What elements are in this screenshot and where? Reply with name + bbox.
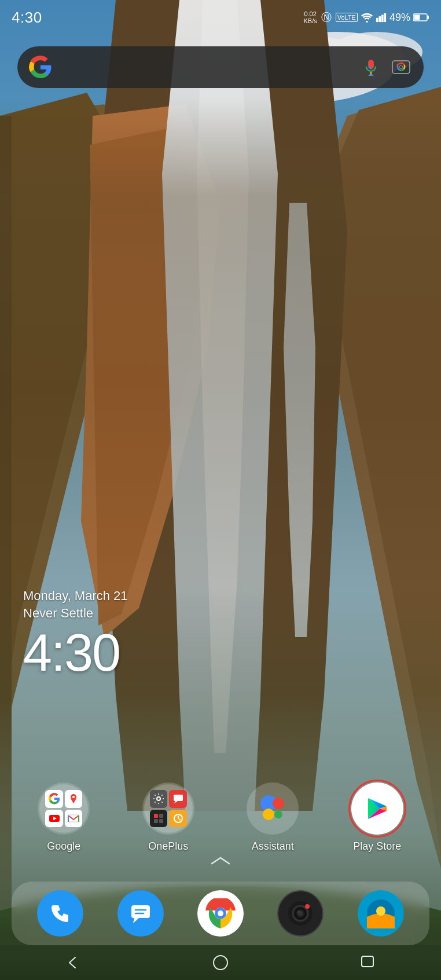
search-action-icons — [360, 56, 412, 78]
battery-percent: 49% — [389, 12, 410, 24]
svg-marker-40 — [174, 801, 178, 803]
maps-mini-icon — [65, 790, 83, 808]
status-icons: 0.02KB/s Ⓝ VoLTE 49% — [304, 10, 429, 24]
svg-point-72 — [376, 906, 385, 916]
volte-icon: VoLTE — [336, 13, 358, 22]
google-folder-icon — [38, 782, 90, 835]
data-speed-icon: 0.02KB/s — [304, 10, 317, 24]
wifi-icon — [361, 12, 373, 23]
svg-marker-57 — [133, 918, 139, 923]
playstore-label: Play Store — [353, 840, 401, 853]
home-button[interactable] — [206, 951, 235, 974]
svg-rect-44 — [159, 819, 163, 823]
svg-point-73 — [214, 956, 227, 970]
svg-point-32 — [72, 796, 75, 798]
svg-point-20 — [366, 21, 368, 23]
playstore-icon — [351, 782, 403, 835]
playstore-icon-wrapper — [351, 782, 403, 835]
oneplus-folder-icon — [142, 782, 194, 835]
daylight-dock-icon[interactable] — [358, 890, 404, 937]
google-mini-icon — [45, 790, 63, 808]
svg-rect-27 — [414, 15, 420, 20]
svg-marker-15 — [284, 203, 315, 637]
battery-icon — [413, 13, 429, 22]
svg-marker-12 — [90, 127, 203, 626]
svg-point-68 — [297, 910, 300, 913]
camera-dock-icon[interactable] — [277, 890, 324, 937]
svg-rect-22 — [378, 16, 381, 22]
svg-rect-21 — [376, 18, 378, 22]
google-logo — [29, 56, 52, 79]
oneplus-app3-mini-icon — [150, 810, 168, 828]
svg-rect-39 — [174, 795, 183, 801]
svg-point-38 — [157, 797, 160, 800]
oneplus-app4-mini-icon — [169, 810, 187, 828]
tagline-display: Never Settle — [23, 606, 128, 621]
messages-dock-icon[interactable] — [117, 890, 164, 937]
gmail-mini-icon — [65, 810, 83, 828]
svg-line-47 — [178, 818, 181, 820]
google-app[interactable]: Google — [26, 782, 101, 853]
recents-button[interactable] — [353, 951, 382, 974]
assistant-icon — [247, 782, 299, 835]
svg-rect-35 — [68, 815, 79, 822]
clock-display: 4:30 — [23, 627, 128, 679]
status-time: 4:30 — [12, 9, 42, 27]
oneplus-app[interactable]: OnePlus — [131, 782, 206, 853]
svg-rect-23 — [381, 15, 384, 23]
swipe-up-indicator — [209, 854, 232, 870]
svg-point-31 — [399, 65, 403, 69]
svg-rect-24 — [384, 13, 386, 22]
voice-search-button[interactable] — [360, 56, 382, 78]
settings-mini-icon — [150, 790, 168, 808]
chrome-dock-icon[interactable] — [197, 890, 244, 937]
oneplus-messages-mini-icon — [169, 790, 187, 808]
nav-bar — [0, 945, 441, 980]
phone-dock-icon[interactable] — [37, 890, 83, 937]
oneplus-label: OnePlus — [148, 840, 188, 853]
svg-rect-43 — [154, 819, 158, 823]
svg-rect-42 — [159, 814, 163, 818]
assistant-app[interactable]: Assistant — [235, 782, 310, 853]
svg-rect-41 — [154, 814, 158, 818]
dock — [12, 882, 429, 945]
nfc-icon: Ⓝ — [321, 10, 332, 24]
playstore-app[interactable]: Play Store — [340, 782, 415, 853]
svg-rect-56 — [131, 905, 150, 918]
svg-marker-13 — [162, 0, 278, 811]
svg-point-49 — [273, 798, 284, 809]
svg-point-69 — [305, 904, 310, 909]
app-grid: Google — [0, 782, 441, 853]
status-bar: 4:30 0.02KB/s Ⓝ VoLTE 49% — [0, 0, 441, 35]
svg-marker-10 — [93, 0, 347, 811]
assistant-label: Assistant — [252, 840, 294, 853]
google-label: Google — [47, 840, 80, 853]
svg-point-51 — [274, 810, 282, 818]
youtube-mini-icon — [45, 810, 63, 828]
svg-point-50 — [263, 809, 274, 820]
back-button[interactable] — [59, 951, 88, 974]
lens-search-button[interactable] — [390, 56, 412, 78]
svg-rect-26 — [427, 16, 429, 19]
svg-marker-14 — [197, 0, 249, 753]
search-bar[interactable] — [17, 46, 424, 88]
svg-rect-74 — [362, 956, 373, 967]
signal-icon — [376, 12, 387, 23]
svg-point-62 — [218, 910, 223, 916]
datetime-widget: Monday, March 21 Never Settle 4:30 — [23, 588, 128, 679]
svg-marker-11 — [81, 104, 220, 637]
date-display: Monday, March 21 — [23, 588, 128, 604]
svg-rect-29 — [368, 75, 373, 76]
